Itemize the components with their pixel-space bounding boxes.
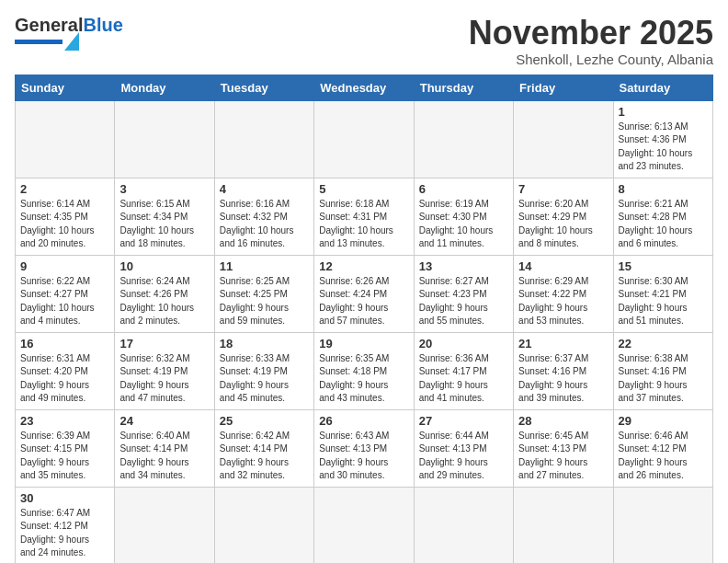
day-info: Sunrise: 6:36 AM Sunset: 4:17 PM Dayligh… (419, 352, 508, 406)
weekday-header-row: SundayMondayTuesdayWednesdayThursdayFrid… (16, 75, 713, 100)
day-number: 18 (220, 337, 309, 350)
calendar-cell: 29Sunrise: 6:46 AM Sunset: 4:12 PM Dayli… (613, 409, 712, 487)
day-number: 11 (220, 259, 309, 273)
calendar-cell: 12Sunrise: 6:26 AM Sunset: 4:24 PM Dayli… (314, 255, 414, 332)
weekday-header-monday: Monday (115, 75, 214, 100)
day-number: 25 (220, 414, 309, 428)
day-info: Sunrise: 6:39 AM Sunset: 4:15 PM Dayligh… (20, 430, 109, 483)
week-row-6: 30Sunrise: 6:47 AM Sunset: 4:12 PM Dayli… (16, 487, 713, 563)
weekday-header-sunday: Sunday (16, 75, 115, 100)
day-info: Sunrise: 6:21 AM Sunset: 4:28 PM Dayligh… (619, 198, 708, 251)
calendar-cell: 6Sunrise: 6:19 AM Sunset: 4:30 PM Daylig… (414, 178, 513, 255)
day-number: 23 (20, 414, 109, 428)
day-number: 21 (518, 337, 608, 350)
day-number: 3 (119, 182, 209, 196)
day-number: 24 (119, 414, 209, 428)
day-number: 22 (619, 337, 708, 350)
calendar-cell: 1Sunrise: 6:13 AM Sunset: 4:36 PM Daylig… (613, 100, 712, 178)
calendar-cell: 27Sunrise: 6:44 AM Sunset: 4:13 PM Dayli… (414, 409, 513, 487)
logo-blue-bar (15, 40, 63, 44)
calendar-cell: 8Sunrise: 6:21 AM Sunset: 4:28 PM Daylig… (613, 178, 712, 255)
calendar-cell: 7Sunrise: 6:20 AM Sunset: 4:29 PM Daylig… (514, 178, 613, 255)
calendar: SundayMondayTuesdayWednesdayThursdayFrid… (15, 75, 713, 563)
calendar-cell: 4Sunrise: 6:16 AM Sunset: 4:32 PM Daylig… (214, 178, 313, 255)
calendar-cell (514, 487, 613, 563)
page: General Blue November 2025 Shenkoll, Lez… (0, 0, 728, 563)
day-number: 20 (419, 337, 508, 350)
day-info: Sunrise: 6:40 AM Sunset: 4:14 PM Dayligh… (119, 430, 209, 483)
day-number: 30 (20, 491, 109, 505)
day-number: 9 (20, 259, 109, 273)
calendar-cell (414, 100, 513, 178)
day-number: 14 (518, 259, 608, 273)
day-info: Sunrise: 6:37 AM Sunset: 4:16 PM Dayligh… (518, 352, 608, 406)
header: General Blue November 2025 Shenkoll, Lez… (15, 15, 713, 67)
day-number: 27 (419, 414, 508, 428)
day-info: Sunrise: 6:32 AM Sunset: 4:19 PM Dayligh… (119, 352, 209, 406)
calendar-cell (514, 100, 613, 178)
day-info: Sunrise: 6:19 AM Sunset: 4:30 PM Dayligh… (419, 198, 508, 251)
weekday-header-thursday: Thursday (414, 75, 513, 100)
day-info: Sunrise: 6:13 AM Sunset: 4:36 PM Dayligh… (619, 121, 708, 174)
calendar-cell: 10Sunrise: 6:24 AM Sunset: 4:26 PM Dayli… (115, 255, 214, 332)
calendar-cell: 28Sunrise: 6:45 AM Sunset: 4:13 PM Dayli… (514, 409, 613, 487)
day-info: Sunrise: 6:46 AM Sunset: 4:12 PM Dayligh… (619, 430, 708, 483)
day-number: 8 (619, 182, 708, 196)
calendar-cell: 22Sunrise: 6:38 AM Sunset: 4:16 PM Dayli… (613, 332, 712, 409)
day-number: 2 (20, 182, 109, 196)
day-info: Sunrise: 6:15 AM Sunset: 4:34 PM Dayligh… (119, 198, 209, 251)
day-info: Sunrise: 6:16 AM Sunset: 4:32 PM Dayligh… (220, 198, 309, 251)
day-info: Sunrise: 6:42 AM Sunset: 4:14 PM Dayligh… (220, 430, 309, 483)
day-info: Sunrise: 6:45 AM Sunset: 4:13 PM Dayligh… (518, 430, 608, 483)
calendar-cell (314, 100, 414, 178)
day-number: 1 (619, 105, 708, 119)
logo: General Blue (15, 15, 123, 51)
day-info: Sunrise: 6:26 AM Sunset: 4:24 PM Dayligh… (319, 275, 408, 328)
day-info: Sunrise: 6:31 AM Sunset: 4:20 PM Dayligh… (20, 352, 109, 406)
day-number: 19 (319, 337, 408, 350)
calendar-cell: 15Sunrise: 6:30 AM Sunset: 4:21 PM Dayli… (613, 255, 712, 332)
day-number: 26 (319, 414, 408, 428)
calendar-cell: 30Sunrise: 6:47 AM Sunset: 4:12 PM Dayli… (16, 487, 115, 563)
calendar-cell: 13Sunrise: 6:27 AM Sunset: 4:23 PM Dayli… (414, 255, 513, 332)
week-row-5: 23Sunrise: 6:39 AM Sunset: 4:15 PM Dayli… (16, 409, 713, 487)
calendar-cell: 20Sunrise: 6:36 AM Sunset: 4:17 PM Dayli… (414, 332, 513, 409)
calendar-cell: 9Sunrise: 6:22 AM Sunset: 4:27 PM Daylig… (16, 255, 115, 332)
calendar-cell: 11Sunrise: 6:25 AM Sunset: 4:25 PM Dayli… (214, 255, 313, 332)
day-info: Sunrise: 6:22 AM Sunset: 4:27 PM Dayligh… (20, 275, 109, 328)
calendar-cell: 17Sunrise: 6:32 AM Sunset: 4:19 PM Dayli… (115, 332, 214, 409)
calendar-cell (414, 487, 513, 563)
day-info: Sunrise: 6:30 AM Sunset: 4:21 PM Dayligh… (619, 275, 708, 328)
day-number: 12 (319, 259, 408, 273)
calendar-cell: 3Sunrise: 6:15 AM Sunset: 4:34 PM Daylig… (115, 178, 214, 255)
day-info: Sunrise: 6:14 AM Sunset: 4:35 PM Dayligh… (20, 198, 109, 251)
calendar-cell: 18Sunrise: 6:33 AM Sunset: 4:19 PM Dayli… (214, 332, 313, 409)
day-number: 28 (518, 414, 608, 428)
day-info: Sunrise: 6:27 AM Sunset: 4:23 PM Dayligh… (419, 275, 508, 328)
calendar-cell: 5Sunrise: 6:18 AM Sunset: 4:31 PM Daylig… (314, 178, 414, 255)
day-info: Sunrise: 6:20 AM Sunset: 4:29 PM Dayligh… (518, 198, 608, 251)
day-info: Sunrise: 6:35 AM Sunset: 4:18 PM Dayligh… (319, 352, 408, 406)
day-number: 13 (419, 259, 508, 273)
day-number: 6 (419, 182, 508, 196)
calendar-cell: 24Sunrise: 6:40 AM Sunset: 4:14 PM Dayli… (115, 409, 214, 487)
calendar-cell: 25Sunrise: 6:42 AM Sunset: 4:14 PM Dayli… (214, 409, 313, 487)
week-row-3: 9Sunrise: 6:22 AM Sunset: 4:27 PM Daylig… (16, 255, 713, 332)
calendar-cell: 23Sunrise: 6:39 AM Sunset: 4:15 PM Dayli… (16, 409, 115, 487)
location-title: Shenkoll, Lezhe County, Albania (469, 52, 713, 67)
logo-triangle (64, 32, 79, 51)
calendar-cell: 19Sunrise: 6:35 AM Sunset: 4:18 PM Dayli… (314, 332, 414, 409)
day-number: 7 (518, 182, 608, 196)
day-number: 29 (619, 414, 708, 428)
calendar-cell (314, 487, 414, 563)
day-number: 5 (319, 182, 408, 196)
calendar-cell (16, 100, 115, 178)
weekday-header-friday: Friday (514, 75, 613, 100)
calendar-cell: 26Sunrise: 6:43 AM Sunset: 4:13 PM Dayli… (314, 409, 414, 487)
weekday-header-wednesday: Wednesday (314, 75, 414, 100)
day-info: Sunrise: 6:43 AM Sunset: 4:13 PM Dayligh… (319, 430, 408, 483)
title-section: November 2025 Shenkoll, Lezhe County, Al… (469, 15, 713, 67)
day-number: 17 (119, 337, 209, 350)
calendar-cell (115, 100, 214, 178)
calendar-cell: 16Sunrise: 6:31 AM Sunset: 4:20 PM Dayli… (16, 332, 115, 409)
